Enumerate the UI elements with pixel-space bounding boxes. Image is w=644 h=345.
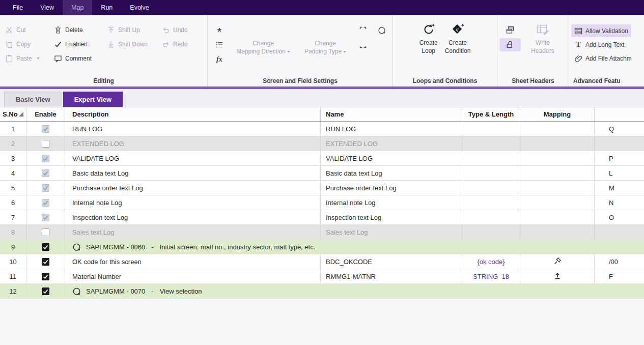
mapping-cell [520,166,595,180]
allow-validation-button[interactable]: Allow Validation [571,24,631,37]
menubar: File View Map Run Evolve [0,0,644,15]
row-checkbox[interactable] [42,199,49,207]
cut-button[interactable]: Cut [2,23,51,36]
tab-expert-view[interactable]: Expert View [63,92,123,107]
row-checkbox[interactable] [42,125,49,133]
data-grid: S.No Enable Description Name Type & Leng… [0,107,644,299]
add-file-attachment-button[interactable]: Add File Attachm [571,52,635,65]
unlock-headers-button[interactable] [499,38,521,51]
menu-tab-file[interactable]: File [4,0,32,15]
capture-column [373,15,390,75]
delete-button[interactable]: Delete [51,23,104,36]
row-checkbox[interactable] [42,184,49,192]
upload-icon[interactable] [553,272,562,281]
redo-label: Redo [173,41,188,48]
enable-cell [26,195,65,210]
header-description[interactable]: Description [65,107,321,121]
row-checkbox[interactable] [42,258,49,266]
tab-basic-view[interactable]: Basic View [4,92,62,107]
editing-group-content: Cut Copy Paste Delete [0,15,207,75]
table-row[interactable]: 8Sales text LogSales text Log [0,225,644,240]
table-row[interactable]: 3VALIDATE LOGVALIDATE LOGP [0,151,644,166]
row-number: 4 [0,166,26,180]
pin-icon[interactable] [553,257,562,267]
bottom-filler [0,299,644,345]
row-checkbox[interactable] [42,228,49,236]
row-checkbox[interactable] [42,214,49,221]
mapping-cell [520,181,595,195]
required-field-button[interactable]: * [210,23,229,37]
write-headers-button[interactable]: Write Headers [521,15,565,75]
menu-tab-run[interactable]: Run [92,0,121,15]
screen-separator: - [151,288,153,295]
paste-button[interactable]: Paste [2,52,51,65]
row-checkbox[interactable] [42,243,49,251]
undo-button[interactable]: Undo [159,23,202,36]
add-long-text-button[interactable]: T Add Long Text [571,38,628,51]
table-row[interactable]: 4Basic data text LogBasic data text LogL [0,166,644,181]
undo-redo-column: Undo Redo [159,15,202,75]
table-row[interactable]: 7Inspection text LogInspection text LogO [0,210,644,225]
enable-cell [26,269,65,283]
shift-up-button[interactable]: Shift Up [104,23,159,36]
table-row[interactable]: 5Purchase order text LogPurchase order t… [0,181,644,195]
change-padding-type-button[interactable]: Change Padding Type [298,15,353,75]
table-row[interactable]: 12SAPLMGMM - 0070-View selection [0,284,644,299]
row-checkbox[interactable] [42,140,49,148]
capture-screen-button[interactable] [373,23,390,37]
screen-corners-top-button[interactable] [353,23,374,37]
change-mapping-direction-button[interactable]: Change Mapping Direction [229,15,298,75]
change-mapping-dropdown-icon [287,51,290,53]
row-checkbox[interactable] [42,273,49,280]
menu-tab-view[interactable]: View [32,0,63,15]
table-row[interactable]: 1RUN LOGRUN LOGQ [0,122,644,136]
shift-down-button[interactable]: Shift Down [104,38,159,50]
paste-dropdown-icon [37,58,40,60]
header-sno[interactable]: S.No [0,107,26,121]
name-cell: EXTENDED LOG [321,136,462,151]
comment-icon [54,54,62,63]
change-mapping-line1: Change [253,40,274,47]
extra-cell [595,225,644,239]
row-checkbox[interactable] [42,288,49,295]
extra-cell: F [595,269,644,283]
enable-cell [26,166,65,180]
header-extra[interactable] [595,107,644,121]
header-enable[interactable]: Enable [26,107,65,121]
row-actions-column: Delete Enabled Comment [51,15,104,75]
ribbon-group-screen-settings: * fx Change Mapping Direction Change Pad… [208,15,393,87]
enabled-toggle-button[interactable]: Enabled [51,38,104,50]
ribbon-group-loops: Create Loop if Create Condition Loops an… [393,15,497,87]
table-row[interactable]: 11Material NumberRMMG1-MATNRSTRING 18F [0,269,644,284]
comment-button[interactable]: Comment [51,52,104,65]
create-loop-button[interactable]: Create Loop [419,15,438,75]
table-row[interactable]: 2EXTENDED LOGEXTENDED LOG [0,136,644,151]
numbered-list-button[interactable] [210,38,229,51]
row-number: 6 [0,195,26,210]
create-condition-label-line2: Condition [445,47,471,55]
header-name[interactable]: Name [321,107,462,121]
add-file-attachment-label: Add File Attachm [585,55,632,62]
create-condition-button[interactable]: if Create Condition [445,15,471,75]
screen-corners-bottom-button[interactable] [353,38,374,51]
long-text-icon: T [574,40,582,49]
undo-label: Undo [173,26,188,34]
extra-cell: /00 [595,254,644,269]
redo-button[interactable]: Redo [159,38,202,50]
row-checkbox[interactable] [42,169,49,177]
header-mapping[interactable]: Mapping [520,107,595,121]
function-button[interactable]: fx [210,53,229,66]
ribbon-group-advanced: Allow Validation T Add Long Text Add Fil… [569,15,644,87]
menu-tab-map[interactable]: Map [63,0,92,15]
copy-button[interactable]: Copy [2,38,51,50]
name-cell: Purchase order text Log [321,181,462,195]
row-checkbox[interactable] [42,155,49,162]
sheet-headers-toggle-button[interactable] [499,23,521,37]
table-row[interactable]: 9SAPLMGMM - 0060-Initial screen: matl no… [0,240,644,254]
row-number: 10 [0,254,26,269]
menu-tab-evolve[interactable]: Evolve [121,0,158,15]
table-row[interactable]: 10OK code for this screenBDC_OKCODE{ok c… [0,254,644,269]
table-row[interactable]: 6Internal note LogInternal note LogN [0,195,644,210]
header-type-length[interactable]: Type & Length [462,107,520,121]
shift-down-label: Shift Down [118,41,148,48]
